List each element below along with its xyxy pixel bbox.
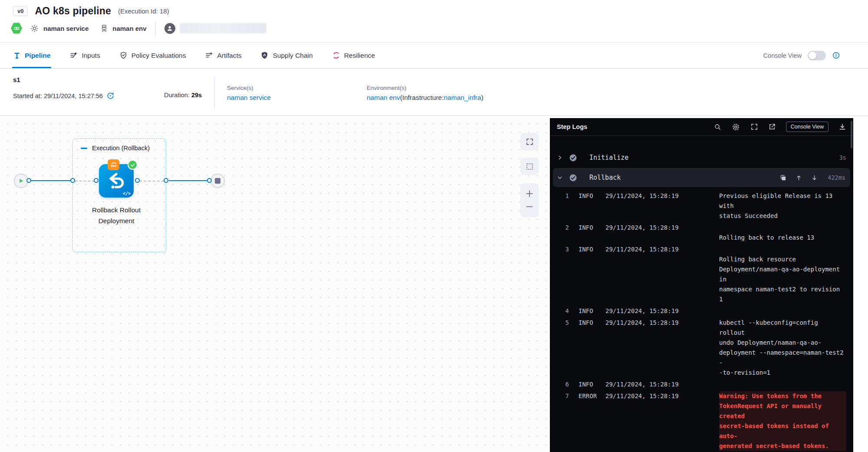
tab-supply-chain[interactable]: Supply Chain bbox=[260, 43, 312, 68]
stop-square-icon bbox=[215, 178, 220, 184]
log-section-initialize[interactable]: Initialize 3s bbox=[550, 150, 853, 165]
log-level: INFO bbox=[579, 191, 602, 201]
console-view-toggle[interactable] bbox=[808, 51, 826, 60]
rollback-step-node[interactable]: </> bbox=[99, 164, 134, 198]
environment-icon bbox=[100, 24, 108, 33]
infrastructure-link[interactable]: naman_infra bbox=[444, 94, 481, 101]
log-timestamp: 29/11/2024, 15:28:19 bbox=[605, 391, 693, 401]
edge-connector-dot bbox=[164, 178, 168, 183]
tab-bar: Pipeline Inputs Policy Evaluations Artif… bbox=[0, 42, 868, 69]
step-logs-header: Step Logs Console View bbox=[550, 118, 853, 136]
infra-suffix: ) bbox=[481, 94, 483, 101]
section-label: Rollback bbox=[589, 174, 621, 181]
console-view-label: Console View bbox=[763, 52, 802, 59]
zoom-out-button[interactable] bbox=[525, 202, 534, 211]
code-glyph: </> bbox=[123, 191, 131, 196]
tab-policy-evaluations[interactable]: Policy Evaluations bbox=[119, 43, 186, 68]
log-level: INFO bbox=[579, 244, 602, 254]
gear-icon bbox=[30, 24, 39, 33]
log-message: Rolling back to release 13 bbox=[719, 223, 846, 243]
search-icon[interactable] bbox=[714, 123, 721, 131]
service-link[interactable]: naman service bbox=[227, 94, 271, 102]
page-title: AO k8s pipeline bbox=[35, 5, 111, 17]
tab-label: Inputs bbox=[82, 52, 100, 59]
scroll-top-arrow-icon[interactable] bbox=[796, 175, 802, 181]
log-line: 1 INFO 29/11/2024, 15:28:19 Previous eli… bbox=[562, 191, 846, 221]
environment-link[interactable]: naman env bbox=[367, 94, 400, 101]
download-logs-icon[interactable] bbox=[838, 123, 846, 131]
group-label: Execution (Rollback) bbox=[92, 145, 150, 152]
tab-label: Policy Evaluations bbox=[132, 52, 186, 59]
chevron-down-icon bbox=[557, 175, 564, 181]
edge-start-to-group bbox=[29, 180, 71, 181]
tab-pipeline[interactable]: Pipeline bbox=[13, 43, 50, 68]
header-service-name: naman service bbox=[43, 25, 89, 32]
chevron-right-icon bbox=[557, 155, 564, 161]
history-icon[interactable] bbox=[106, 92, 115, 100]
page-header: v0 AO k8s pipeline (Execution Id: 18) na… bbox=[0, 0, 868, 42]
log-timestamp: 29/11/2024, 15:28:19 bbox=[605, 379, 693, 389]
stage-divider bbox=[214, 77, 215, 108]
success-check-icon bbox=[569, 174, 577, 182]
log-line-number: 5 bbox=[562, 318, 569, 328]
policy-shield-icon bbox=[119, 51, 128, 59]
expand-fullscreen-icon[interactable] bbox=[750, 123, 758, 131]
tab-artifacts[interactable]: Artifacts bbox=[205, 43, 241, 68]
header-divider bbox=[155, 21, 156, 36]
selection-tool-button[interactable] bbox=[520, 158, 539, 175]
log-line: 5 INFO 29/11/2024, 15:28:19 kubectl --ku… bbox=[562, 318, 846, 378]
info-icon[interactable] bbox=[832, 51, 840, 59]
artifacts-icon bbox=[205, 51, 213, 59]
log-section-rollback[interactable]: Rollback 422ms bbox=[553, 168, 850, 187]
edge-group-to-end bbox=[169, 180, 208, 181]
tab-label: Supply Chain bbox=[273, 52, 312, 59]
duration-value: 29s bbox=[191, 92, 202, 99]
panel-scrollbar[interactable] bbox=[851, 121, 852, 148]
console-view-button[interactable]: Console View bbox=[786, 122, 829, 132]
log-timestamp: 29/11/2024, 15:28:19 bbox=[605, 223, 693, 233]
log-level: INFO bbox=[579, 223, 602, 233]
infra-prefix: (Infrastructure: bbox=[400, 94, 444, 101]
execution-screen: v0 AO k8s pipeline (Execution Id: 18) na… bbox=[0, 0, 868, 452]
redacted-user-info bbox=[180, 23, 266, 33]
log-line: 2 INFO 29/11/2024, 15:28:19 Rolling back… bbox=[562, 223, 846, 243]
copy-logs-icon[interactable] bbox=[780, 175, 786, 181]
log-message-error: Warning: Use tokens from the TokenReques… bbox=[719, 391, 846, 451]
edge-connector-dot bbox=[26, 178, 31, 183]
log-line-number: 3 bbox=[562, 244, 569, 254]
collapse-group-icon[interactable] bbox=[81, 148, 87, 149]
log-settings-gear-icon[interactable] bbox=[731, 122, 740, 132]
log-lines: 1 INFO 29/11/2024, 15:28:19 Previous eli… bbox=[550, 187, 853, 452]
log-message: Rolling back resource Deployment/naman-q… bbox=[719, 244, 846, 304]
inputs-icon bbox=[69, 51, 78, 59]
tab-resilience[interactable]: Resilience bbox=[332, 43, 375, 68]
services-label: Service(s) bbox=[227, 85, 271, 91]
tab-label: Pipeline bbox=[25, 52, 50, 59]
log-level: INFO bbox=[579, 318, 602, 328]
log-line-number: 4 bbox=[562, 306, 569, 316]
section-label: Initialize bbox=[589, 154, 628, 162]
log-message: Previous eligible Release is 13 with sta… bbox=[719, 191, 846, 221]
log-line-error: 7 ERROR 29/11/2024, 15:28:19 Warning: Us… bbox=[562, 391, 846, 451]
log-line-number: 6 bbox=[562, 379, 569, 389]
scroll-bottom-arrow-icon[interactable] bbox=[811, 175, 818, 181]
step-success-icon bbox=[128, 160, 138, 170]
tab-inputs[interactable]: Inputs bbox=[69, 43, 100, 68]
section-duration: 3s bbox=[839, 154, 846, 161]
log-line: 3 INFO 29/11/2024, 15:28:19 Rolling back… bbox=[562, 244, 846, 304]
step-logs-panel: Step Logs Console View bbox=[550, 118, 853, 452]
started-at: Started at: 29/11/2024, 15:27:56 bbox=[13, 92, 103, 99]
zoom-in-button[interactable] bbox=[525, 189, 534, 198]
edge-connector-dot bbox=[94, 178, 99, 183]
zoom-to-fit-button[interactable] bbox=[520, 133, 539, 151]
version-badge: v0 bbox=[13, 6, 28, 16]
rollout-deployment-badge-icon bbox=[108, 159, 119, 170]
cd-module-icon bbox=[11, 23, 22, 34]
open-in-new-icon[interactable] bbox=[768, 123, 776, 131]
log-level: ERROR bbox=[579, 391, 602, 401]
execution-id: (Execution Id: 18) bbox=[118, 7, 169, 15]
end-node[interactable] bbox=[210, 174, 225, 188]
log-level: INFO bbox=[579, 379, 602, 389]
start-node[interactable] bbox=[14, 174, 28, 188]
log-timestamp: 29/11/2024, 15:28:19 bbox=[605, 306, 693, 316]
